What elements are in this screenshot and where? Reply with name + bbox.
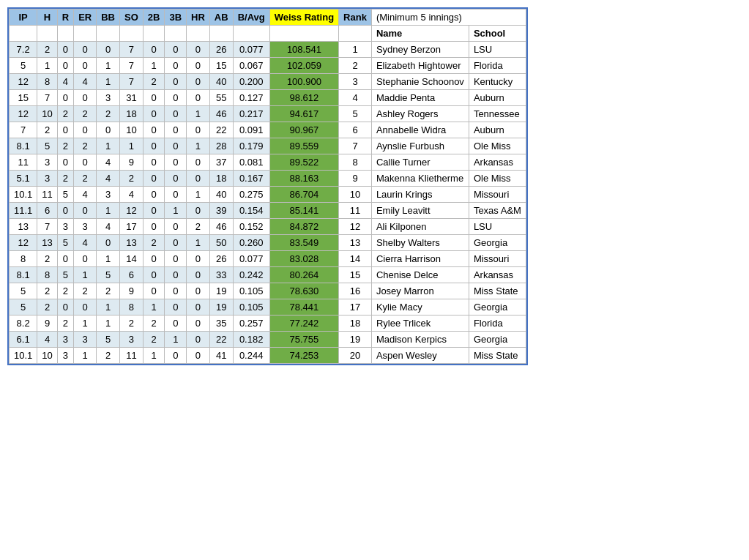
cell-ip: 15 — [10, 90, 37, 106]
cell-so: 4 — [120, 187, 144, 203]
cell-ab: 46 — [209, 219, 233, 235]
cell-ab: 19 — [209, 299, 233, 316]
cell-b3: 0 — [165, 90, 187, 106]
cell-bavg: 0.127 — [233, 90, 269, 106]
cell-er: 1 — [74, 267, 97, 283]
rank-cell: 8 — [339, 154, 372, 171]
table-row: 15700331000550.12798.6124Maddie PentaAub… — [10, 90, 526, 106]
cell-ip: 12 — [10, 106, 37, 122]
cell-er: 0 — [74, 42, 97, 58]
col-ab: AB — [209, 10, 233, 26]
player-school: Missouri — [469, 187, 526, 203]
player-name: Sydney Berzon — [371, 42, 469, 58]
table-row: 10.1115434001400.27586.70410Laurin Kring… — [10, 187, 526, 203]
player-school: LSU — [469, 219, 526, 235]
cell-bavg: 0.154 — [233, 203, 269, 219]
cell-bb: 4 — [97, 154, 120, 171]
player-school: Texas A&M — [469, 203, 526, 219]
cell-so: 7 — [120, 42, 144, 58]
cell-ip: 5 — [10, 283, 37, 299]
cell-bavg: 0.275 — [233, 187, 269, 203]
cell-bavg: 0.217 — [233, 106, 269, 122]
cell-hr: 0 — [187, 203, 210, 219]
cell-hr: 1 — [187, 187, 210, 203]
cell-h: 8 — [37, 267, 57, 283]
cell-b2: 2 — [143, 235, 165, 251]
cell-r: 4 — [57, 74, 73, 90]
cell-b3: 0 — [165, 299, 187, 316]
table-row: 7.220007000260.077108.5411Sydney BerzonL… — [10, 42, 526, 58]
table-row: 1284417200400.200100.9003Stephanie Schoo… — [10, 74, 526, 90]
weiss-rating-cell: 102.059 — [269, 58, 338, 74]
col-so: SO — [120, 10, 144, 26]
cell-b2: 2 — [143, 74, 165, 90]
school-header: School — [469, 26, 526, 42]
cell-b3: 0 — [165, 106, 187, 122]
cell-ip: 11.1 — [10, 203, 37, 219]
weiss-rating-cell: 90.967 — [269, 122, 338, 138]
cell-er: 3 — [74, 332, 97, 348]
cell-ip: 8.1 — [10, 138, 37, 154]
cell-b3: 0 — [165, 42, 187, 58]
weiss-rating-cell: 75.755 — [269, 332, 338, 348]
player-name: Annabelle Widra — [371, 122, 469, 138]
cell-er: 4 — [74, 235, 97, 251]
weiss-rating-cell: 74.253 — [269, 348, 338, 364]
player-name: Laurin Krings — [371, 187, 469, 203]
weiss-rating-cell: 98.612 — [269, 90, 338, 106]
table-row: 6.143353210220.18275.75519Madison Kerpic… — [10, 332, 526, 348]
cell-ab: 40 — [209, 187, 233, 203]
cell-ab: 40 — [209, 74, 233, 90]
cell-hr: 2 — [187, 219, 210, 235]
cell-ip: 5 — [10, 58, 37, 74]
cell-er: 4 — [74, 187, 97, 203]
cell-ip: 5.1 — [10, 171, 37, 187]
cell-ab: 39 — [209, 203, 233, 219]
weiss-rating-cell: 83.549 — [269, 235, 338, 251]
cell-b2: 0 — [143, 138, 165, 154]
player-name: Callie Turner — [371, 154, 469, 171]
player-name: Elizabeth Hightower — [371, 58, 469, 74]
cell-ab: 46 — [209, 106, 233, 122]
cell-r: 2 — [57, 138, 73, 154]
cell-b3: 1 — [165, 203, 187, 219]
cell-bb: 0 — [97, 42, 120, 58]
cell-ip: 11 — [10, 154, 37, 171]
cell-bb: 3 — [97, 90, 120, 106]
cell-r: 0 — [57, 203, 73, 219]
cell-bavg: 0.257 — [233, 316, 269, 332]
cell-ip: 7 — [10, 122, 37, 138]
table-row: 1130049000370.08189.5228Callie TurnerArk… — [10, 154, 526, 171]
col-h: H — [37, 10, 57, 26]
cell-b3: 1 — [165, 332, 187, 348]
col-bb: BB — [97, 10, 120, 26]
cell-b3: 0 — [165, 154, 187, 171]
cell-ab: 33 — [209, 267, 233, 283]
cell-ab: 15 — [209, 58, 233, 74]
cell-r: 3 — [57, 348, 73, 364]
rank-cell: 15 — [339, 267, 372, 283]
player-name: Chenise Delce — [371, 267, 469, 283]
cell-bb: 4 — [97, 171, 120, 187]
cell-so: 7 — [120, 74, 144, 90]
cell-b3: 0 — [165, 122, 187, 138]
cell-b3: 0 — [165, 316, 187, 332]
table-row: 522229000190.10578.63016Josey MarronMiss… — [10, 283, 526, 299]
cell-h: 7 — [37, 90, 57, 106]
table-row: 13733417002460.15284.87212Ali KilponenLS… — [10, 219, 526, 235]
rank-cell: 17 — [339, 299, 372, 316]
cell-hr: 0 — [187, 90, 210, 106]
cell-b2: 0 — [143, 122, 165, 138]
rank-cell: 2 — [339, 58, 372, 74]
player-name: Stephanie Schoonov — [371, 74, 469, 90]
cell-h: 2 — [37, 122, 57, 138]
rank-cell: 6 — [339, 122, 372, 138]
cell-b3: 0 — [165, 58, 187, 74]
table-row: 7200010000220.09190.9676Annabelle WidraA… — [10, 122, 526, 138]
player-school: Florida — [469, 58, 526, 74]
cell-ab: 37 — [209, 154, 233, 171]
col-2b: 2B — [143, 10, 165, 26]
cell-er: 2 — [74, 283, 97, 299]
cell-er: 0 — [74, 58, 97, 74]
cell-b2: 0 — [143, 203, 165, 219]
